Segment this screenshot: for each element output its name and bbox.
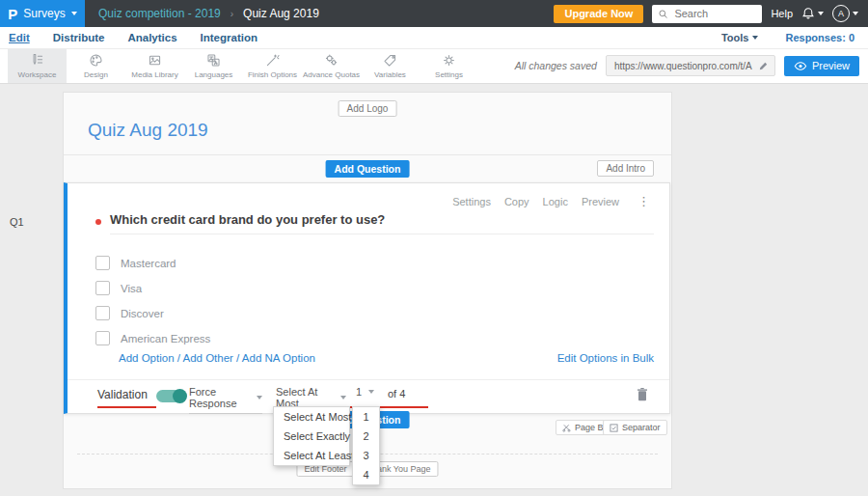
checkbox[interactable] [95, 256, 110, 270]
validation-toggle[interactable] [156, 390, 186, 402]
checkbox[interactable] [95, 281, 110, 295]
force-response-select[interactable]: Force Response [189, 386, 262, 414]
survey-url-box[interactable] [606, 55, 775, 76]
toolbar-item-languages[interactable]: Languages [184, 48, 243, 83]
tab-integration[interactable]: Integration [201, 32, 258, 43]
add-intro-button[interactable]: Add Intro [597, 160, 654, 177]
question-preview-link[interactable]: Preview [582, 196, 619, 207]
menu-item-count-2[interactable]: 2 [353, 427, 379, 446]
account-menu[interactable]: A [832, 5, 858, 22]
add-logo-button[interactable]: Add Logo [339, 100, 397, 117]
toolbar-item-label: Media Library [131, 70, 177, 79]
page-break-icon [562, 424, 571, 432]
menu-item-count-1[interactable]: 1 [353, 407, 379, 427]
menu-item-select-at-most[interactable]: Select At Most [274, 407, 349, 427]
nav-right: Tools Responses: 0 [721, 32, 868, 43]
workspace-icon [29, 52, 45, 69]
save-status: All changes saved [515, 60, 597, 71]
toolbar-item-label: Languages [195, 70, 233, 79]
tools-menu[interactable]: Tools [721, 32, 759, 43]
edit-options-in-bulk-link[interactable]: Edit Options in Bulk [557, 352, 654, 364]
preview-button[interactable]: Preview [784, 56, 859, 76]
required-marker-icon [95, 219, 101, 225]
chevron-down-icon [853, 12, 858, 15]
checkbox[interactable] [95, 306, 110, 320]
menu-item-count-4[interactable]: 4 [353, 465, 379, 484]
responses-count-link[interactable]: Responses: 0 [785, 32, 854, 43]
chevron-down-icon [71, 12, 77, 15]
tab-edit[interactable]: Edit [9, 32, 30, 43]
menu-item-count-3[interactable]: 3 [353, 446, 379, 465]
answer-option-label: Discover [121, 308, 164, 319]
pencil-icon[interactable] [758, 61, 769, 71]
palette-icon [88, 52, 104, 69]
toolbar-item-label: Variables [374, 70, 406, 79]
answer-option-label: American Express [121, 333, 210, 344]
toolbar-item-label: Workspace [18, 70, 57, 79]
avatar: A [832, 5, 850, 22]
toolbar-item-variables[interactable]: Variables [361, 48, 420, 83]
search-box[interactable] [652, 5, 762, 23]
toolbar-right: All changes saved Preview [515, 48, 868, 83]
checkbox[interactable] [95, 331, 110, 345]
search-input[interactable] [672, 7, 751, 20]
gear-icon [441, 52, 457, 69]
add-question-button-top[interactable]: Add Question [326, 160, 410, 178]
toolbar-item-label: Advance Quotas [303, 70, 360, 79]
toolbar-item-media-library[interactable]: Media Library [125, 48, 184, 83]
delete-question-button[interactable] [637, 387, 648, 405]
chevron-down-icon [340, 396, 346, 400]
divider [64, 154, 671, 155]
question-copy-link[interactable]: Copy [504, 196, 529, 207]
answer-option-label: Visa [121, 283, 142, 294]
question-text[interactable]: Which credit card brand do you prefer to… [110, 212, 385, 227]
menu-item-select-exactly[interactable]: Select Exactly [274, 427, 349, 446]
question-settings-link[interactable]: Settings [452, 196, 491, 207]
toolbar-item-workspace[interactable]: Workspace [8, 48, 67, 83]
product-switcher[interactable]: P Surveys [0, 0, 85, 27]
section-nav: Edit Distribute Analytics Integration To… [0, 27, 868, 49]
answer-option-row: Visa [95, 281, 142, 295]
quota-gears-icon [323, 52, 339, 69]
breadcrumb-current: Quiz Aug 2019 [243, 7, 319, 20]
question-logic-link[interactable]: Logic [543, 196, 568, 207]
validation-count-select[interactable]: 1 [356, 386, 374, 398]
toolbar-item-advance-quotas[interactable]: Advance Quotas [302, 48, 361, 83]
validation-of-total: of 4 [388, 388, 405, 400]
answer-option-row: Mastercard [95, 256, 176, 270]
validation-count-dropdown: 1 2 3 4 [352, 406, 380, 485]
questionpro-survey-editor: P Surveys Quiz competition - 2019 › Quiz… [0, 0, 868, 496]
answer-option-label: Mastercard [121, 258, 176, 269]
question-text-underline [110, 234, 654, 234]
editor-canvas: Q1 Add Logo Quiz Aug 2019 Add Question A… [0, 83, 868, 496]
answer-option-row: Discover [95, 306, 164, 320]
questionpro-logo-icon: P [8, 7, 17, 21]
bell-icon [801, 7, 815, 20]
kebab-menu-icon[interactable]: ⋮ [637, 195, 650, 207]
tab-distribute[interactable]: Distribute [53, 32, 105, 43]
add-option-links[interactable]: Add Option / Add Other / Add NA Option [119, 352, 315, 364]
breadcrumb: Quiz competition - 2019 › Quiz Aug 2019 [98, 7, 319, 20]
menu-item-select-at-least[interactable]: Select At Least [274, 446, 349, 465]
separator-icon [610, 424, 618, 432]
separator-label: Separator [622, 423, 661, 432]
force-response-value: Force Response [189, 386, 257, 409]
validation-label: Validation [97, 388, 148, 401]
help-link[interactable]: Help [771, 8, 793, 19]
survey-title[interactable]: Quiz Aug 2019 [88, 120, 208, 141]
chevron-down-icon [752, 36, 758, 40]
top-bar: P Surveys Quiz competition - 2019 › Quiz… [0, 0, 868, 27]
upgrade-now-button[interactable]: Upgrade Now [554, 5, 643, 23]
toolbar-item-finish-options[interactable]: Finish Options [243, 48, 302, 83]
translate-icon [205, 52, 222, 69]
chevron-down-icon [257, 396, 262, 400]
separator-button[interactable]: Separator [603, 420, 667, 435]
divider [68, 379, 669, 380]
tab-analytics[interactable]: Analytics [127, 32, 176, 43]
breadcrumb-parent-link[interactable]: Quiz competition - 2019 [98, 7, 221, 20]
toolbar-item-design[interactable]: Design [67, 48, 125, 83]
toolbar-item-settings[interactable]: Settings [420, 48, 478, 83]
chevron-down-icon [818, 12, 824, 15]
survey-url-input[interactable] [612, 60, 754, 72]
notifications-button[interactable] [801, 7, 824, 20]
